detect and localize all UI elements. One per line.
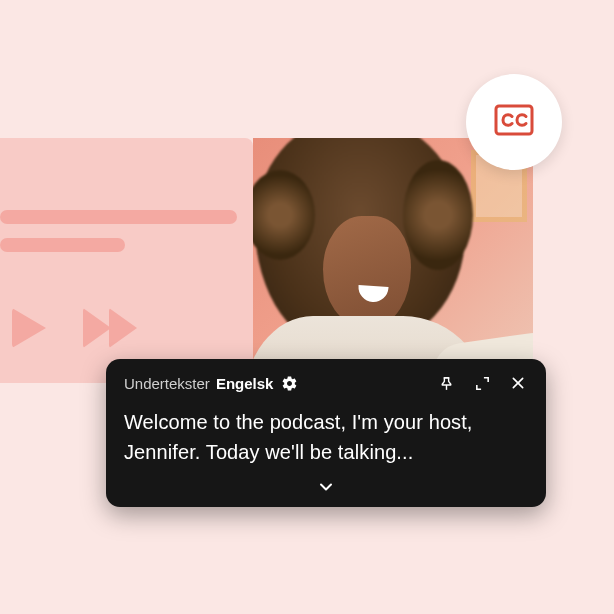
svg-rect-0 [496,106,532,134]
gear-icon[interactable] [279,373,299,393]
caption-label: Undertekster [124,375,210,392]
pin-icon[interactable] [436,373,456,393]
expand-icon[interactable] [472,373,492,393]
live-caption-panel: Undertekster Engelsk [106,359,546,507]
fast-forward-icon[interactable] [83,308,135,348]
caption-text: Welcome to the podcast, I'm your host, J… [124,407,528,467]
title-placeholder-line [0,210,237,224]
chevron-down-icon[interactable] [316,477,336,497]
closed-captions-badge[interactable] [466,74,562,170]
caption-language: Engelsk [216,375,274,392]
cc-icon [494,104,534,140]
caption-header: Undertekster Engelsk [124,373,528,393]
close-icon[interactable] [508,373,528,393]
subtitle-placeholder-line [0,238,125,252]
play-icon[interactable] [12,308,46,348]
